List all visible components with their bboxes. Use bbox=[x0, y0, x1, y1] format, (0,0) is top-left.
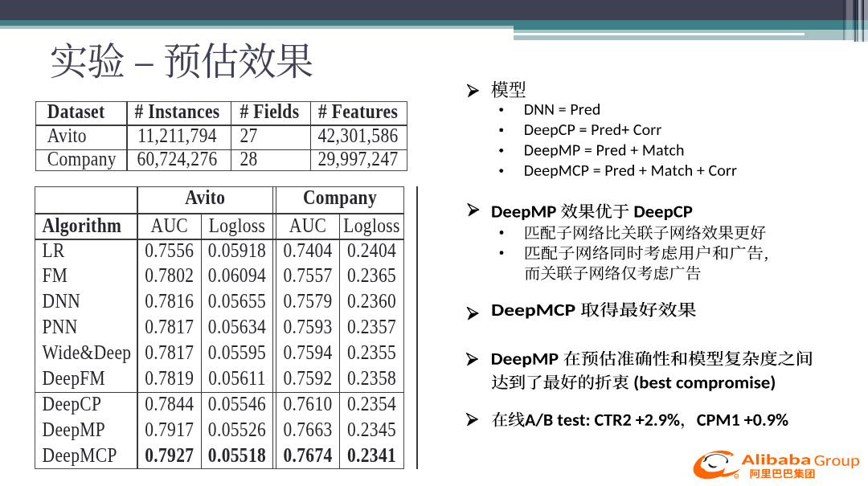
svg-text:R: R bbox=[735, 476, 738, 479]
